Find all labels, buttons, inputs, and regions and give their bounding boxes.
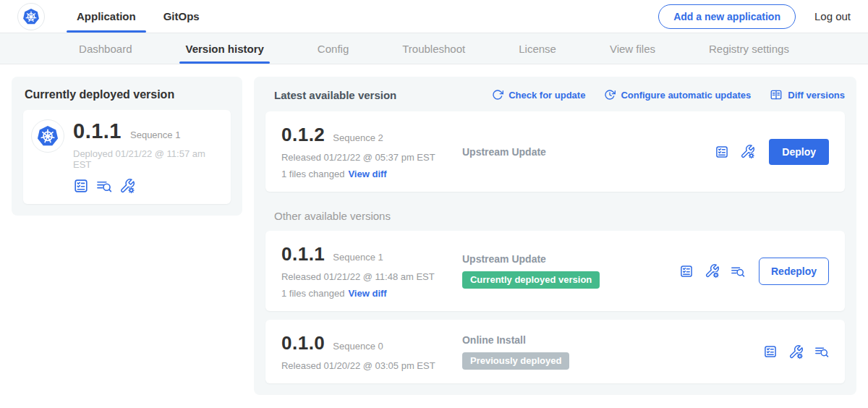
panel-header: Latest available version Check for updat…	[274, 88, 845, 101]
subnav-label: Registry settings	[709, 43, 789, 55]
file-search-icon[interactable]	[96, 178, 112, 194]
wrench-gear-icon[interactable]	[705, 263, 720, 279]
version-number: 0.1.0	[281, 332, 325, 354]
checklist-icon[interactable]	[715, 145, 729, 159]
subnav-item-version-history[interactable]: Version history	[179, 33, 269, 64]
subnav-label: Dashboard	[79, 43, 132, 55]
subnav-label: License	[519, 43, 556, 55]
deployed-sequence-label: Sequence 1	[130, 129, 180, 140]
deployed-version-info: 0.1.1 Sequence 1 Deployed 01/21/22 @ 11:…	[73, 119, 219, 194]
main-content: Currently deployed version 0.1.1 Sequenc…	[0, 64, 868, 407]
version-actions	[763, 344, 829, 360]
checklist-icon[interactable]	[679, 264, 694, 279]
auto-update-clock-icon	[604, 89, 616, 101]
currently-deployed-title: Currently deployed version	[25, 88, 229, 101]
version-source: Online Install	[462, 334, 526, 346]
released-timestamp: Released 01/21/22 @ 05:37 pm EST	[281, 152, 462, 163]
view-diff-link[interactable]: View diff	[348, 169, 386, 179]
version-row-0-1-1: 0.1.1 Sequence 1 Released 01/21/22 @ 11:…	[265, 231, 845, 311]
panel-actions: Check for update Configure automatic upd…	[492, 88, 845, 101]
currently-deployed-card: Currently deployed version 0.1.1 Sequenc…	[12, 77, 242, 216]
deployed-version-number: 0.1.1	[73, 119, 122, 143]
other-available-title: Other available versions	[274, 210, 845, 222]
latest-available-title: Latest available version	[274, 89, 396, 101]
tab-gitops[interactable]: GitOps	[153, 0, 210, 33]
check-for-update-label: Check for update	[509, 90, 585, 101]
subnav-item-config[interactable]: Config	[312, 33, 354, 64]
diff-columns-icon	[770, 88, 783, 101]
version-actions: Redeploy	[679, 258, 829, 285]
version-row-0-1-0: 0.1.0 Sequence 0 Released 01/20/22 @ 03:…	[265, 320, 845, 383]
files-changed-label: 1 files changed	[281, 169, 344, 179]
sequence-label: Sequence 0	[333, 341, 383, 352]
version-row-0-1-2: 0.1.2 Sequence 2 Released 01/21/22 @ 05:…	[265, 111, 845, 192]
sequence-label: Sequence 2	[333, 132, 383, 143]
file-search-icon[interactable]	[814, 344, 829, 359]
configure-auto-updates-label: Configure automatic updates	[621, 90, 751, 101]
subnav-label: Troubleshoot	[402, 43, 465, 55]
status-badge-currently-deployed: Currently deployed version	[462, 271, 600, 289]
app-subnav: Dashboard Version history Config Trouble…	[0, 33, 868, 64]
subnav-label: View files	[610, 43, 655, 55]
files-changed-label: 1 files changed	[281, 288, 344, 299]
deployed-timestamp: Deployed 01/21/22 @ 11:57 am EST	[73, 148, 219, 170]
subnav-label: Config	[318, 43, 349, 55]
subnav-item-dashboard[interactable]: Dashboard	[73, 33, 137, 64]
deployed-version-card: 0.1.1 Sequence 1 Deployed 01/21/22 @ 11:…	[23, 110, 231, 204]
version-info: 0.1.2 Sequence 2 Released 01/21/22 @ 05:…	[281, 124, 462, 179]
tab-application-label: Application	[77, 10, 136, 22]
wrench-gear-icon[interactable]	[119, 178, 135, 194]
tab-gitops-label: GitOps	[163, 10, 200, 22]
released-timestamp: Released 01/20/22 @ 03:05 pm EST	[281, 360, 462, 371]
tab-application[interactable]: Application	[67, 0, 146, 33]
top-tabs: Application GitOps	[67, 0, 217, 33]
diff-versions-link[interactable]: Diff versions	[770, 88, 845, 101]
subnav-item-registry-settings[interactable]: Registry settings	[703, 33, 795, 64]
add-application-button[interactable]: Add a new application	[658, 4, 796, 29]
version-info: 0.1.1 Sequence 1 Released 01/21/22 @ 11:…	[281, 243, 462, 299]
view-diff-link[interactable]: View diff	[348, 288, 386, 299]
kubernetes-logo-icon	[21, 7, 41, 27]
refresh-icon	[492, 89, 503, 101]
logout-button[interactable]: Log out	[814, 10, 851, 22]
version-source: Upstream Update	[462, 253, 546, 265]
wrench-gear-icon[interactable]	[740, 144, 755, 159]
top-nav: Application GitOps Add a new application…	[0, 0, 868, 33]
status-badge-previously-deployed: Previously deployed	[462, 352, 569, 370]
version-source: Upstream Update	[462, 146, 546, 158]
topnav-spacer	[217, 0, 658, 33]
available-versions-panel: Latest available version Check for updat…	[254, 77, 856, 395]
version-actions: Deploy	[715, 139, 829, 165]
subnav-item-license[interactable]: License	[513, 33, 562, 64]
released-timestamp: Released 01/21/22 @ 11:48 am EST	[281, 271, 462, 282]
deploy-button[interactable]: Deploy	[769, 139, 829, 165]
subnav-item-troubleshoot[interactable]: Troubleshoot	[396, 33, 471, 64]
kubernetes-logo-icon	[35, 123, 61, 149]
sequence-label: Sequence 1	[333, 252, 383, 263]
subnav-label: Version history	[185, 43, 263, 55]
configure-auto-updates-link[interactable]: Configure automatic updates	[604, 89, 751, 101]
files-changed: 1 files changedView diff	[281, 288, 462, 299]
check-for-update-link[interactable]: Check for update	[492, 89, 585, 101]
deployed-version-actions	[73, 178, 219, 194]
version-number: 0.1.2	[281, 124, 325, 146]
application-icon	[31, 119, 64, 153]
wrench-gear-icon[interactable]	[788, 344, 804, 360]
version-source-block: Upstream Update Currently deployed versi…	[462, 253, 679, 289]
file-search-icon[interactable]	[731, 264, 745, 279]
files-changed: 1 files changedView diff	[281, 169, 462, 179]
app-logo	[17, 3, 45, 30]
version-info: 0.1.0 Sequence 0 Released 01/20/22 @ 03:…	[281, 332, 462, 371]
checklist-icon[interactable]	[763, 344, 778, 359]
diff-versions-label: Diff versions	[788, 90, 845, 101]
version-source-block: Online Install Previously deployed	[462, 334, 679, 370]
redeploy-button[interactable]: Redeploy	[759, 258, 829, 285]
checklist-icon[interactable]	[73, 178, 89, 194]
version-number: 0.1.1	[281, 243, 325, 265]
subnav-item-view-files[interactable]: View files	[604, 33, 661, 64]
version-source-block: Upstream Update	[462, 146, 679, 158]
